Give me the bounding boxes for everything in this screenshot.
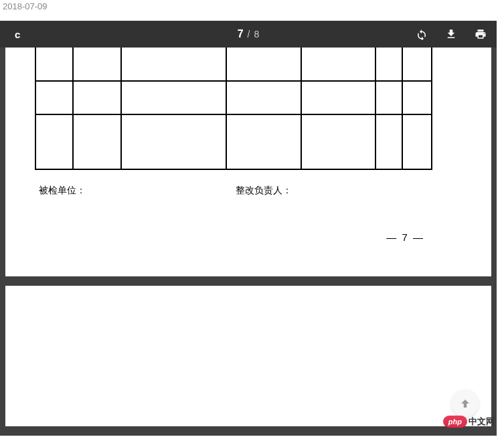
table-row <box>35 114 432 169</box>
rotate-icon <box>416 28 428 40</box>
inspected-unit-label: 被检单位： <box>35 185 236 197</box>
page-indicator: 7 / 8 <box>238 28 260 40</box>
download-icon <box>445 28 457 40</box>
watermark[interactable]: php 中文网 <box>443 416 495 428</box>
pages-area[interactable]: 被检单位： 整改负责人： — 7 — <box>0 48 497 436</box>
pdf-viewer: c 7 / 8 <box>0 21 497 436</box>
total-pages: 8 <box>254 29 260 39</box>
scroll-top-button[interactable] <box>452 390 479 417</box>
watermark-text: 中文网 <box>469 416 495 428</box>
page-date: 2018-07-09 <box>0 0 504 13</box>
signature-row: 被检单位： 整改负责人： <box>35 185 462 197</box>
viewer-toolbar: c 7 / 8 <box>0 21 497 48</box>
current-page-number: 7 <box>238 28 244 40</box>
table-row <box>35 48 432 81</box>
page-7: 被检单位： 整改负责人： — 7 — <box>5 48 491 276</box>
toolbar-actions <box>415 27 487 41</box>
inspection-table <box>35 48 432 170</box>
page-footer-number: — 7 — <box>386 232 424 243</box>
responsible-person-label: 整改负责人： <box>236 185 292 197</box>
print-icon <box>475 28 487 40</box>
document-title: c <box>0 29 20 40</box>
table-row <box>35 81 432 114</box>
page-separator: / <box>248 29 250 39</box>
watermark-brand: php <box>443 416 467 428</box>
arrow-up-icon <box>459 398 471 410</box>
download-button[interactable] <box>444 27 458 41</box>
rotate-button[interactable] <box>415 27 428 41</box>
page-8 <box>5 286 491 426</box>
print-button[interactable] <box>474 27 487 41</box>
